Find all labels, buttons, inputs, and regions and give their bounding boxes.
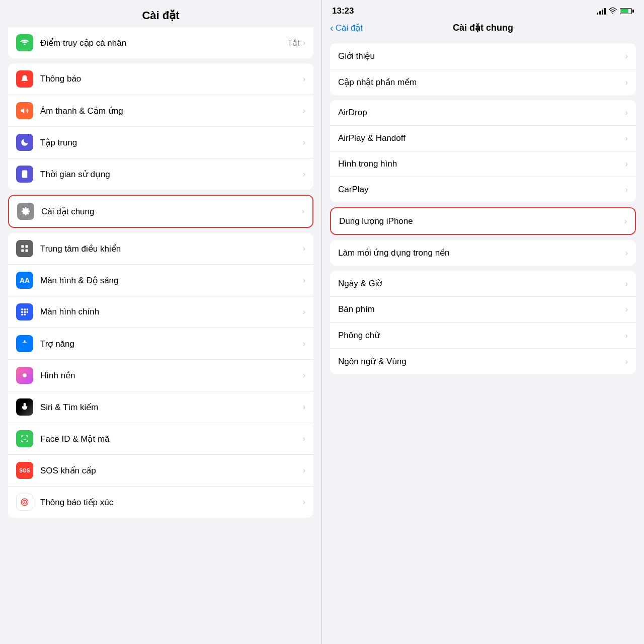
man-hinh-chinh-label: Màn hình chính	[40, 307, 303, 317]
siri-chevron: ›	[303, 403, 305, 412]
face-id-chevron: ›	[303, 434, 305, 443]
carplay-item[interactable]: CarPlay ›	[330, 177, 636, 202]
airdrop-item[interactable]: AirDrop ›	[330, 100, 636, 126]
cap-nhat-label: Cập nhật phần mềm	[338, 77, 625, 88]
gioi-thieu-label: Giới thiệu	[338, 51, 625, 61]
trung-tam-label: Trung tâm điều khiển	[40, 244, 303, 254]
ngay-gio-label: Ngày & Giờ	[338, 278, 625, 289]
hinh-trong-hinh-item[interactable]: Hình trong hình ›	[330, 151, 636, 177]
dung-luong-chevron: ›	[624, 217, 627, 226]
tap-trung-label: Tập trung	[40, 137, 303, 148]
man-hinh-chevron: ›	[303, 276, 305, 285]
phong-chu-chevron: ›	[625, 331, 628, 340]
lam-moi-item[interactable]: Làm mới ứng dụng trong nền ›	[330, 240, 636, 266]
tap-trung-icon	[16, 134, 33, 151]
hotspot-value: Tắt	[287, 38, 299, 48]
ban-phim-chevron: ›	[625, 305, 628, 314]
svg-rect-9	[27, 308, 28, 310]
section-display: Trung tâm điều khiển › AA Màn hình & Độ …	[8, 233, 313, 518]
am-thanh-chevron: ›	[303, 106, 305, 115]
dung-luong-section: Dung lượng iPhone ›	[330, 207, 636, 235]
cai-dat-chung-item[interactable]: Cài đặt chung ›	[9, 196, 312, 227]
svg-point-19	[24, 502, 26, 503]
left-header: Cài đặt	[0, 0, 321, 27]
ngon-ngu-item[interactable]: Ngôn ngữ & Vùng ›	[330, 349, 636, 374]
man-hinh-chinh-item[interactable]: Màn hình chính ›	[8, 296, 313, 328]
face-id-icon	[16, 430, 33, 447]
sos-label: SOS khẩn cấp	[40, 465, 303, 476]
tap-trung-chevron: ›	[303, 138, 305, 147]
sos-item[interactable]: SOS SOS khẩn cấp ›	[8, 455, 313, 487]
status-icons	[597, 7, 634, 16]
thong-bao-chevron: ›	[303, 74, 305, 84]
ban-phim-item[interactable]: Bàn phím ›	[330, 297, 636, 323]
back-button[interactable]: ‹ Cài đặt	[330, 22, 363, 34]
thoi-gian-label: Thời gian sử dụng	[40, 169, 303, 180]
face-id-item[interactable]: Face ID & Mật mã ›	[8, 423, 313, 455]
contact-notif-icon	[16, 494, 33, 511]
tro-nang-chevron: ›	[303, 339, 305, 348]
svg-rect-5	[21, 250, 24, 252]
hotspot-chevron: ›	[303, 38, 305, 47]
cap-nhat-item[interactable]: Cập nhật phần mềm ›	[330, 69, 636, 95]
hotspot-icon	[16, 34, 33, 51]
hinh-nen-chevron: ›	[303, 371, 305, 380]
svg-point-16	[23, 373, 27, 377]
airdrop-label: AirDrop	[338, 108, 625, 118]
right-section-5: Ngày & Giờ › Bàn phím › Phông chữ › Ngôn…	[330, 271, 636, 374]
airplay-chevron: ›	[625, 134, 628, 143]
man-hinh-chinh-icon	[16, 303, 33, 320]
hinh-nen-label: Hình nền	[40, 370, 303, 381]
phong-chu-label: Phông chữ	[338, 330, 625, 341]
ngay-gio-item[interactable]: Ngày & Giờ ›	[330, 271, 636, 297]
section-notifications: Thông báo › Âm thanh & Cảm ứng › Tập tru…	[8, 63, 313, 190]
svg-rect-14	[24, 314, 26, 315]
svg-rect-8	[24, 308, 26, 310]
sos-icon: SOS	[16, 462, 33, 479]
man-hinh-chinh-chevron: ›	[303, 307, 305, 316]
airplay-item[interactable]: AirPlay & Handoff ›	[330, 126, 636, 151]
face-id-label: Face ID & Mật mã	[40, 434, 303, 444]
thong-bao-item[interactable]: Thông báo ›	[8, 63, 313, 95]
phong-chu-item[interactable]: Phông chữ ›	[330, 323, 636, 349]
cai-dat-chung-label: Cài đặt chung	[41, 206, 302, 217]
hotspot-item[interactable]: Điểm truy cập cá nhân Tắt ›	[8, 27, 313, 58]
svg-rect-11	[24, 311, 26, 313]
svg-point-20	[612, 13, 613, 14]
svg-rect-6	[26, 250, 28, 252]
ban-phim-label: Bàn phím	[338, 304, 625, 314]
am-thanh-item[interactable]: Âm thanh & Cảm ứng ›	[8, 95, 313, 127]
status-bar: 13:23	[322, 0, 644, 19]
status-time: 13:23	[332, 6, 354, 16]
page-title: Cài đặt chung	[453, 22, 513, 33]
contact-notif-item[interactable]: Thông báo tiếp xúc ›	[8, 487, 313, 518]
right-nav: ‹ Cài đặt Cài đặt chung	[322, 19, 644, 38]
man-hinh-item[interactable]: AA Màn hình & Độ sáng ›	[8, 265, 313, 296]
carplay-chevron: ›	[625, 185, 628, 194]
am-thanh-icon	[16, 102, 33, 119]
battery-icon	[620, 8, 634, 14]
svg-rect-4	[26, 245, 28, 248]
tro-nang-icon	[16, 335, 33, 352]
svg-rect-10	[21, 311, 23, 313]
tap-trung-item[interactable]: Tập trung ›	[8, 127, 313, 158]
trung-tam-item[interactable]: Trung tâm điều khiển ›	[8, 233, 313, 265]
ngon-ngu-label: Ngôn ngữ & Vùng	[338, 356, 625, 367]
dung-luong-item[interactable]: Dung lượng iPhone ›	[331, 208, 635, 234]
siri-item[interactable]: Siri & Tìm kiếm ›	[8, 391, 313, 423]
thong-bao-label: Thông báo	[40, 74, 303, 84]
airplay-label: AirPlay & Handoff	[338, 133, 625, 143]
svg-rect-12	[27, 311, 28, 313]
wifi-icon	[609, 7, 617, 16]
gioi-thieu-item[interactable]: Giới thiệu ›	[330, 43, 636, 69]
tro-nang-item[interactable]: Trợ năng ›	[8, 328, 313, 360]
man-hinh-icon: AA	[16, 272, 33, 289]
svg-rect-3	[21, 245, 24, 248]
cai-dat-chung-section: Cài đặt chung ›	[8, 195, 313, 228]
cai-dat-chung-chevron: ›	[302, 207, 304, 216]
thoi-gian-item[interactable]: Thời gian sử dụng ›	[8, 158, 313, 190]
lam-moi-chevron: ›	[625, 249, 628, 258]
trung-tam-chevron: ›	[303, 244, 305, 253]
dung-luong-label: Dung lượng iPhone	[339, 216, 624, 226]
hinh-nen-item[interactable]: Hình nền ›	[8, 360, 313, 391]
